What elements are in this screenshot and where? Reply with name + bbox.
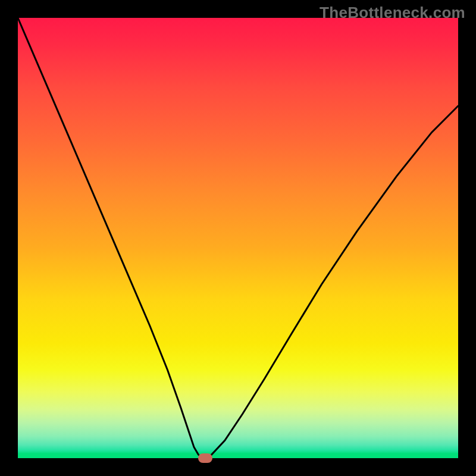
plot-area <box>18 18 458 458</box>
chart-frame: TheBottleneck.com <box>0 0 476 476</box>
curve-path <box>18 18 458 458</box>
curve-svg <box>18 18 458 458</box>
min-marker <box>198 453 212 463</box>
